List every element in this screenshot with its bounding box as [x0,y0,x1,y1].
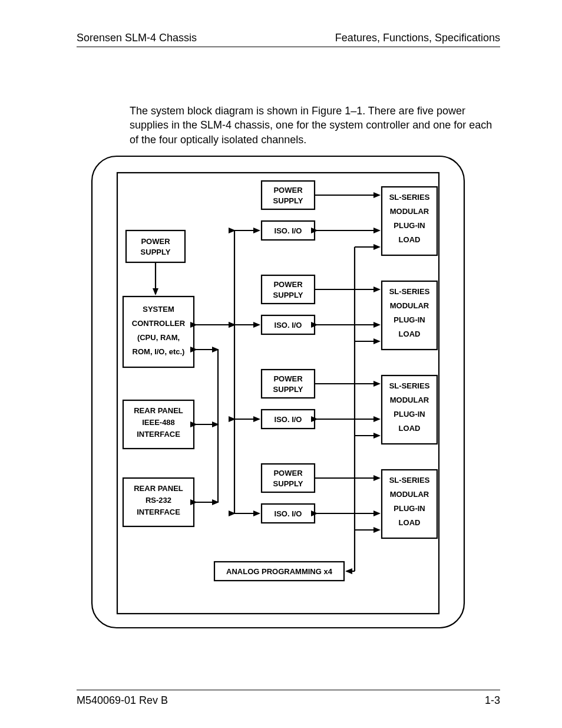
svg-text:SYSTEM: SYSTEM [143,305,174,314]
svg-text:POWER: POWER [273,280,303,289]
svg-text:SUPPLY: SUPPLY [141,248,171,256]
page-footer: M540069-01 Rev B 1-3 [77,694,500,707]
svg-text:POWER: POWER [273,374,303,383]
svg-text:RS-232: RS-232 [146,496,171,505]
svg-text:SUPPLY: SUPPLY [273,196,303,205]
block-analog-programming: ANALOG PROGRAMMING x4 [214,562,344,581]
footer-doc-id: M540069-01 Rev B [77,694,168,707]
svg-text:PLUG-IN: PLUG-IN [394,221,425,230]
svg-text:ANALOG PROGRAMMING x4: ANALOG PROGRAMMING x4 [226,567,333,576]
svg-text:SUPPLY: SUPPLY [273,291,303,299]
svg-text:INTERFACE: INTERFACE [137,430,180,439]
svg-text:POWER: POWER [273,186,303,195]
svg-text:LOAD: LOAD [399,518,421,527]
page-header: Sorensen SLM-4 Chassis Features, Functio… [77,32,500,47]
svg-text:LOAD: LOAD [399,235,421,244]
footer-page-number: 1-3 [485,694,500,707]
svg-text:PLUG-IN: PLUG-IN [394,315,425,324]
svg-text:ROM, I/O, etc.): ROM, I/O, etc.) [133,347,185,356]
svg-text:(CPU, RAM,: (CPU, RAM, [137,333,180,342]
svg-text:REAR PANEL: REAR PANEL [134,406,183,415]
channel-1: POWER SUPPLY ISO. I/O SL-SERIES MODULAR … [234,181,437,255]
svg-text:POWER: POWER [273,469,303,477]
channel-2: POWER SUPPLY ISO. I/O SL-SERIES MODULAR … [234,275,437,350]
svg-text:IEEE-488: IEEE-488 [142,418,175,427]
svg-text:SL-SERIES: SL-SERIES [389,476,430,485]
svg-text:MODULAR: MODULAR [390,396,429,404]
svg-text:SUPPLY: SUPPLY [273,385,303,394]
svg-text:LOAD: LOAD [399,424,421,433]
svg-text:ISO. I/O: ISO. I/O [275,509,302,518]
svg-text:SUPPLY: SUPPLY [273,479,303,488]
channel-3: POWER SUPPLY ISO. I/O SL-SERIES MODULAR … [234,370,437,444]
svg-text:MODULAR: MODULAR [390,301,429,310]
block-power-supply-controller: POWER SUPPLY [126,230,185,262]
channel-4: POWER SUPPLY ISO. I/O SL-SERIES MODULAR … [234,464,437,538]
svg-text:ISO. I/O: ISO. I/O [275,415,302,424]
svg-text:PLUG-IN: PLUG-IN [394,410,425,419]
block-diagram: POWER SUPPLY SYSTEM CONTROLLER (CPU, RAM… [91,155,465,630]
svg-text:LOAD: LOAD [399,330,421,338]
svg-text:SL-SERIES: SL-SERIES [389,193,430,202]
svg-text:PLUG-IN: PLUG-IN [394,504,425,513]
svg-text:REAR PANEL: REAR PANEL [134,484,183,493]
block-rear-panel-rs232: REAR PANEL RS-232 INTERFACE [123,478,194,526]
svg-text:SL-SERIES: SL-SERIES [389,381,430,390]
svg-text:MODULAR: MODULAR [390,490,429,499]
block-rear-panel-ieee488: REAR PANEL IEEE-488 INTERFACE [123,400,194,449]
block-system-controller: SYSTEM CONTROLLER (CPU, RAM, ROM, I/O, e… [123,297,194,367]
svg-text:SL-SERIES: SL-SERIES [389,287,430,296]
svg-text:ISO. I/O: ISO. I/O [275,226,302,235]
header-right: Features, Functions, Specifications [335,32,500,44]
svg-text:INTERFACE: INTERFACE [137,508,180,516]
svg-text:ISO. I/O: ISO. I/O [275,321,302,330]
svg-text:POWER: POWER [141,237,170,246]
header-left: Sorensen SLM-4 Chassis [77,32,197,44]
footer-rule [77,690,500,690]
svg-text:CONTROLLER: CONTROLLER [132,319,186,328]
svg-text:MODULAR: MODULAR [390,207,429,216]
intro-paragraph: The system block diagram is shown in Fig… [130,104,500,147]
svg-rect-2 [126,230,185,262]
